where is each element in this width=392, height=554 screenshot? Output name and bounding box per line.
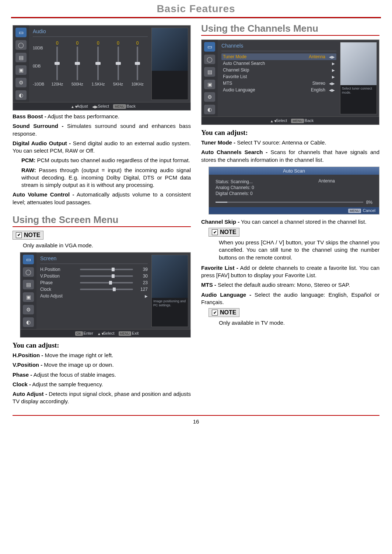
channel-icon[interactable]: ▤ [15,53,27,62]
body-text: Move the image up or down. [42,362,113,368]
eq-slider[interactable]: 0 500Hz [71,41,83,86]
body-text: You can cancel a channel stored in the c… [239,219,366,225]
menu-row[interactable]: Audio Language English ◀▶ [221,87,336,93]
eq-slider[interactable]: 0 5KHz [113,41,123,86]
note-text: Only available in VGA mode. [23,242,191,249]
body-text: Select the default audio stream: Mono, S… [216,282,350,288]
footer-label: Select [103,331,115,335]
menu-row[interactable]: Phase 23 [40,279,148,286]
eq-value: 0 [97,41,99,46]
page-number: 16 [0,418,392,425]
audio-icon[interactable]: ◯ [204,55,215,64]
osd-preview: Select tuner connect mode. [340,42,377,114]
settings-icon[interactable]: ⚙ [15,78,27,87]
audio-icon[interactable]: ◯ [15,40,27,50]
label: Tuner Mode - [201,139,235,146]
row-label: V.Position [40,273,77,279]
lock-icon[interactable]: ◐ [204,105,215,114]
menu-key-icon: MENU [291,119,304,123]
label: V.Position - [13,362,42,368]
settings-icon[interactable]: ⚙ [204,92,215,102]
picture-icon[interactable]: ▭ [204,42,215,52]
eq-slider[interactable]: 0 120Hz [52,41,63,86]
slider[interactable] [80,269,133,270]
arrow-icon: ◀▶ [329,55,335,59]
autoscan-box: Auto Scan Status: Scanning... Analog Cha… [209,167,379,215]
pc-icon[interactable]: ▣ [23,292,34,302]
lock-icon[interactable]: ◐ [23,317,34,327]
row-value: Antenna [309,54,325,59]
lock-icon[interactable]: ◐ [15,90,27,100]
row-label: Auto Channel Search [223,61,265,66]
menu-row[interactable]: H.Position 39 [40,266,148,273]
row-label: Auto Adjust [40,293,77,299]
footer-label: Adjust [77,104,88,108]
picture-icon[interactable]: ▭ [15,28,27,37]
osd-heading: Screen [40,255,148,264]
pc-icon[interactable]: ▣ [15,65,27,75]
label: Audio Language - [201,292,251,298]
osd-icon-column: ▭ ◯ ▤ ▣ ⚙ ◐ [13,25,29,102]
pc-icon[interactable]: ▣ [204,80,215,89]
row-value: English [311,87,325,93]
note-label: NOTE [220,309,236,316]
footer-label: Select [276,118,287,123]
note-box: ✔NOTE When you press [CHΛ / V] button, y… [209,228,379,261]
preview-text: Select tuner connect mode. [340,85,377,96]
slider[interactable] [80,275,133,277]
arrow-icon: ▶ [332,68,335,72]
settings-icon[interactable]: ⚙ [23,305,34,314]
channel-icon[interactable]: ▤ [204,67,215,77]
screen-osd: ▭ ◯ ▤ ▣ ⚙ ◐ Screen H.Position 39V.Positi… [20,252,191,338]
label: Auto Volume Control - [13,191,74,198]
chevron-right-icon: ▶ [145,294,148,298]
menu-row[interactable]: MTS Stereo ◀▶ [221,80,336,87]
row-value: 23 [136,280,148,285]
scan-analog: Analog Channels: 0 [216,185,372,190]
osd-preview [151,28,188,100]
section-heading: Using the Screen Menu [13,214,191,226]
footer-rule [13,415,379,416]
cancel-label[interactable]: Cancel [363,208,375,213]
osd-footer: ▲▼Select MENUBack [202,116,379,125]
osd-icon-column: ▭ ◯ ▤ ▣ ⚙ ◐ [202,40,218,116]
eq-y-label: 0DB [33,64,44,68]
check-icon: ✔ [212,310,218,316]
body-text: PCM outputs two channel audio regardless… [35,157,190,163]
footer-label: Back [305,118,314,123]
eq-slider[interactable]: 0 1.5KHz [91,41,105,86]
audio-icon[interactable]: ◯ [23,267,34,277]
label: Sound Surround - [13,123,63,129]
menu-row[interactable]: Auto Channel Search ▶ [221,60,336,67]
scan-digital: Digital Channels: 0 [216,191,372,196]
body-text: Passes through (output = input) the inco… [21,167,191,188]
menu-row[interactable]: Clock 127 [40,286,148,293]
label: Channel Skip - [201,219,239,225]
menu-row[interactable]: Auto Adjust ▶ [40,293,148,299]
menu-key-icon: MENU [119,331,132,336]
footer-label: Select [98,104,109,108]
osd-preview: Image positioning and PC settings. [151,255,188,327]
label: Bass Boost - [13,113,46,119]
row-label: Channel Skip [223,67,249,73]
menu-row[interactable]: Favorite List ▶ [221,73,336,80]
row-value: 127 [136,287,148,292]
slider[interactable] [80,289,133,290]
check-icon: ✔ [212,229,218,235]
menu-row[interactable]: V.Position 30 [40,273,148,279]
eq-slider[interactable]: 0 10KHz [132,41,144,86]
menu-row[interactable]: Channel Skip ▶ [221,67,336,73]
body-text: Adjust the bass performance. [46,113,119,119]
label: MTS - [201,282,216,288]
audio-osd: ▭ ◯ ▤ ▣ ⚙ ◐ Audio 10DB 0DB -10DB [13,25,191,111]
picture-icon[interactable]: ▭ [23,255,34,264]
channel-icon[interactable]: ▤ [23,280,34,289]
slider[interactable] [80,282,133,283]
eq-y-label: 10DB [33,46,44,50]
note-text: When you press [CHΛ / V] button, your TV… [219,239,379,261]
row-value: 30 [136,273,148,279]
menu-row[interactable]: Tuner Mode Antenna ◀▶ [221,53,336,60]
note-label: NOTE [24,232,40,238]
arrow-icon: ▶ [332,75,335,79]
eq-freq-label: 120Hz [52,82,63,86]
